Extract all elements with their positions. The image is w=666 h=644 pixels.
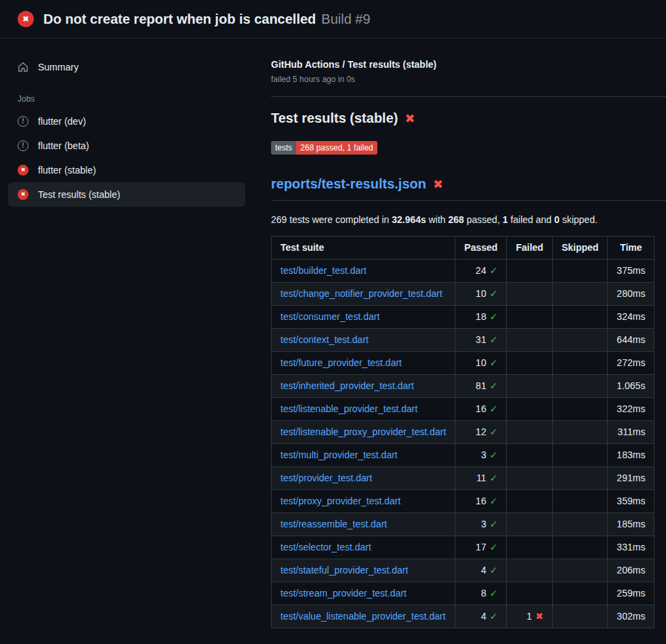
- table-row: test/value_listenable_provider_test.dart…: [272, 605, 654, 628]
- test-suite-cell: test/context_test.dart: [272, 329, 455, 352]
- failed-cell: [507, 513, 552, 536]
- passed-count: 4: [481, 565, 486, 576]
- passed-cell: 8✓: [455, 582, 507, 605]
- check-run-title-text: Test results (stable): [271, 110, 398, 126]
- sidebar-item-flutter-dev[interactable]: ! flutter (dev): [8, 109, 245, 134]
- time-cell: 322ms: [608, 398, 654, 421]
- sidebar: Summary Jobs ! flutter (dev) ! flutter (…: [0, 39, 257, 207]
- check-run-title: Test results (stable) ✖: [271, 110, 666, 126]
- failed-cell: [507, 375, 552, 398]
- page-title: Do not create report when job is cancell…: [43, 12, 371, 27]
- passed-cell: 4✓: [455, 559, 507, 582]
- skipped-cell: [552, 260, 607, 283]
- build-number: Build #9: [321, 12, 370, 27]
- failed-cell: [507, 444, 552, 467]
- test-suite-link[interactable]: test/context_test.dart: [280, 334, 369, 345]
- passed-count: 31: [476, 334, 486, 345]
- passed-count: 24: [476, 265, 486, 276]
- sidebar-item-flutter-beta[interactable]: ! flutter (beta): [8, 134, 245, 158]
- sidebar-item-test-results-stable[interactable]: ✖ Test results (stable): [8, 182, 245, 207]
- skipped-cell: [552, 490, 607, 513]
- breadcrumb: GitHub Actions / Test results (stable): [271, 59, 666, 70]
- failed-cell: [507, 536, 552, 559]
- time-cell: 331ms: [608, 536, 654, 559]
- test-suite-link[interactable]: test/selector_test.dart: [280, 542, 371, 552]
- test-suite-cell: test/selector_test.dart: [272, 536, 455, 559]
- passed-count: 8: [481, 588, 486, 599]
- skipped-cell: [552, 375, 607, 398]
- test-suite-link[interactable]: test/change_notifier_provider_test.dart: [280, 288, 442, 299]
- test-suite-link[interactable]: test/stateful_provider_test.dart: [280, 565, 408, 576]
- time-cell: 324ms: [608, 306, 654, 329]
- test-suite-link[interactable]: test/listenable_provider_test.dart: [280, 403, 417, 414]
- check-icon: ✓: [490, 265, 498, 276]
- passed-cell: 81✓: [455, 375, 507, 398]
- table-row: test/context_test.dart 31✓ 644ms: [272, 329, 654, 352]
- test-suite-link[interactable]: test/reassemble_test.dart: [280, 519, 387, 529]
- test-suite-cell: test/provider_test.dart: [272, 467, 455, 490]
- table-row: test/consumer_test.dart 18✓ 324ms: [272, 306, 654, 329]
- passed-cell: 31✓: [455, 329, 507, 352]
- test-suite-link[interactable]: test/inherited_provider_test.dart: [280, 380, 414, 391]
- check-icon: ✓: [490, 449, 498, 460]
- skipped-cell: [552, 536, 607, 559]
- failed-status-icon: ✖: [18, 165, 28, 176]
- passed-count: 11: [476, 472, 486, 483]
- time-cell: 291ms: [608, 467, 654, 490]
- build-failed-icon: ✖: [18, 11, 34, 27]
- summary-passed-count: 268: [449, 214, 464, 225]
- passed-cell: 17✓: [455, 536, 507, 559]
- test-suite-link[interactable]: test/builder_test.dart: [280, 265, 367, 276]
- check-icon: ✓: [490, 334, 498, 345]
- test-suite-link[interactable]: test/consumer_test.dart: [280, 311, 379, 322]
- passed-cell: 3✓: [455, 513, 507, 536]
- report-heading: reports/test-results.json ✖: [271, 176, 666, 201]
- summary-text: 269 tests were completed in: [271, 214, 392, 225]
- passed-count: 17: [476, 542, 486, 552]
- passed-count: 16: [476, 403, 486, 414]
- skipped-cell: [552, 421, 607, 444]
- col-passed: Passed: [455, 237, 507, 260]
- test-suite-link[interactable]: test/value_listenable_provider_test.dart: [280, 611, 446, 622]
- run-status-line: failed 5 hours ago in 0s: [271, 75, 666, 84]
- failed-cell: [507, 398, 552, 421]
- time-cell: 183ms: [608, 444, 654, 467]
- skipped-cell: [552, 444, 607, 467]
- build-header: ✖ Do not create report when job is cance…: [0, 0, 666, 39]
- test-suite-cell: test/change_notifier_provider_test.dart: [272, 283, 455, 306]
- sidebar-job-label: flutter (beta): [38, 140, 89, 151]
- skipped-cell: [552, 559, 607, 582]
- passed-cell: 11✓: [455, 467, 507, 490]
- failed-count: 1: [526, 611, 532, 622]
- test-suite-cell: test/consumer_test.dart: [272, 306, 455, 329]
- sidebar-item-flutter-stable[interactable]: ✖ flutter (stable): [8, 158, 245, 182]
- check-icon: ✓: [490, 403, 498, 414]
- check-icon: ✓: [490, 426, 498, 437]
- table-row: test/multi_provider_test.dart 3✓ 183ms: [272, 444, 654, 467]
- summary-text: skipped.: [560, 214, 598, 225]
- passed-cell: 16✓: [455, 398, 507, 421]
- passed-cell: 24✓: [455, 260, 507, 283]
- passed-cell: 16✓: [455, 490, 507, 513]
- passed-count: 12: [476, 426, 486, 437]
- summary-failed-count: 1: [503, 214, 508, 225]
- time-cell: 375ms: [608, 260, 654, 283]
- sidebar-job-label: flutter (stable): [38, 165, 96, 176]
- summary-skipped-count: 0: [554, 214, 560, 225]
- test-suite-cell: test/stream_provider_test.dart: [272, 582, 455, 605]
- main-content: GitHub Actions / Test results (stable) f…: [257, 39, 666, 628]
- passed-count: 18: [476, 311, 486, 322]
- divider: [271, 96, 666, 97]
- test-suite-link[interactable]: test/future_provider_test.dart: [280, 357, 402, 368]
- check-icon: ✓: [490, 380, 498, 391]
- tests-badge: tests 268 passed, 1 failed: [271, 141, 377, 155]
- test-suite-link[interactable]: test/provider_test.dart: [280, 472, 372, 483]
- passed-cell: 4✓: [455, 605, 507, 628]
- report-file-link[interactable]: reports/test-results.json: [271, 176, 426, 192]
- sidebar-item-summary[interactable]: Summary: [8, 55, 245, 79]
- test-suite-link[interactable]: test/multi_provider_test.dart: [280, 449, 398, 460]
- test-suite-link[interactable]: test/stream_provider_test.dart: [280, 588, 407, 599]
- test-suite-link[interactable]: test/proxy_provider_test.dart: [280, 496, 400, 506]
- tests-badge-label: tests: [271, 141, 296, 155]
- test-suite-link[interactable]: test/listenable_proxy_provider_test.dart: [280, 426, 446, 437]
